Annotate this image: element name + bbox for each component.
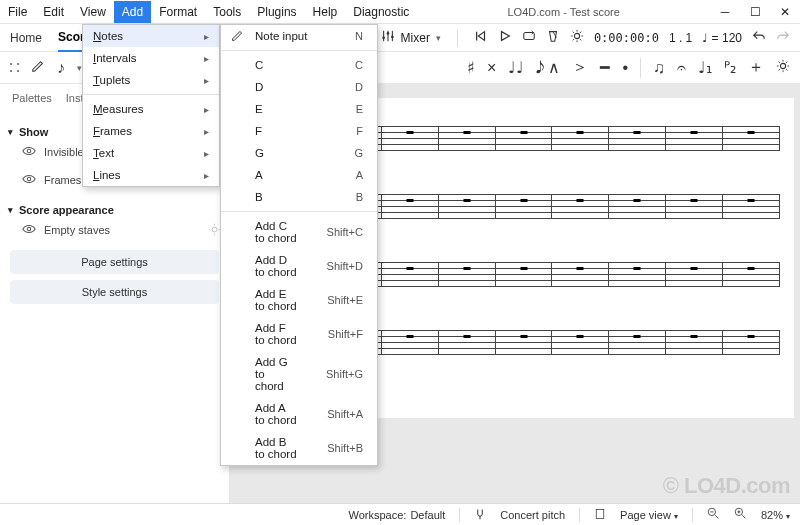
notes-menu-g[interactable]: GG bbox=[221, 142, 377, 164]
notes-menu-add-f-to-chord[interactable]: Add F to chordShift+F bbox=[221, 317, 377, 351]
add-menu-measures[interactable]: Measures▸ bbox=[83, 98, 219, 120]
menu-edit[interactable]: Edit bbox=[35, 1, 72, 23]
menu-view[interactable]: View bbox=[72, 1, 114, 23]
zoom-value[interactable]: 82% ▾ bbox=[761, 509, 790, 521]
playback-position: 1 . 1 bbox=[669, 31, 692, 45]
notes-menu-add-e-to-chord[interactable]: Add E to chordShift+E bbox=[221, 283, 377, 317]
menu-plugins[interactable]: Plugins bbox=[249, 1, 304, 23]
mixer-toggle[interactable]: Mixer ▾ bbox=[381, 29, 441, 46]
drawer-icon[interactable]: ⸬ bbox=[10, 59, 19, 76]
workspace-value[interactable]: Default bbox=[410, 509, 445, 521]
tab-home[interactable]: Home bbox=[10, 25, 42, 51]
notes-menu-d[interactable]: DD bbox=[221, 76, 377, 98]
playback-settings-button[interactable] bbox=[570, 29, 584, 46]
sharp-icon[interactable]: ♯ bbox=[467, 58, 475, 77]
svg-point-0 bbox=[382, 36, 385, 39]
undo-button[interactable] bbox=[752, 29, 766, 46]
subtab-palettes[interactable]: Palettes bbox=[12, 92, 52, 108]
svg-point-1 bbox=[386, 32, 389, 35]
svg-point-7 bbox=[27, 177, 31, 181]
svg-point-4 bbox=[574, 33, 579, 38]
eye-icon bbox=[22, 222, 36, 238]
chevron-down-icon: ▾ bbox=[436, 33, 441, 43]
tenuto-icon[interactable]: ━ bbox=[600, 58, 610, 77]
watermark: © LO4D.com bbox=[663, 473, 790, 499]
loop-button[interactable] bbox=[522, 29, 536, 46]
tuning-fork-icon[interactable] bbox=[474, 508, 486, 522]
notes-menu-e[interactable]: EE bbox=[221, 98, 377, 120]
add-menu-frames[interactable]: Frames▸ bbox=[83, 120, 219, 142]
eighth-note-icon[interactable]: ♪ bbox=[57, 59, 65, 77]
menubar: File Edit View Add Format Tools Plugins … bbox=[0, 1, 417, 23]
menu-file[interactable]: File bbox=[0, 1, 35, 23]
svg-point-2 bbox=[391, 36, 394, 39]
tuplet-icon[interactable]: ♫ bbox=[653, 59, 665, 77]
titlebar: File Edit View Add Format Tools Plugins … bbox=[0, 0, 800, 24]
redo-button[interactable] bbox=[776, 29, 790, 46]
notes-menu-add-d-to-chord[interactable]: Add D to chordShift+D bbox=[221, 249, 377, 283]
notes-menu-add-b-to-chord[interactable]: Add B to chordShift+B bbox=[221, 431, 377, 465]
style-settings-button[interactable]: Style settings bbox=[10, 280, 219, 304]
svg-rect-10 bbox=[596, 509, 604, 518]
tempo[interactable]: ♩ = 120 bbox=[702, 31, 742, 45]
workspace-label: Workspace: bbox=[349, 509, 407, 521]
notes-menu-add-g-to-chord[interactable]: Add G to chordShift+G bbox=[221, 351, 377, 397]
minimize-button[interactable]: ─ bbox=[710, 0, 740, 24]
statusbar: Workspace: Default Concert pitch Page vi… bbox=[0, 503, 800, 525]
add-menu-dropdown: Notes▸Intervals▸Tuplets▸Measures▸Frames▸… bbox=[82, 24, 220, 187]
menu-add[interactable]: Add bbox=[114, 1, 151, 23]
playback-time: 0:00:00:0 bbox=[594, 31, 659, 45]
menu-tools[interactable]: Tools bbox=[205, 1, 249, 23]
add-menu-text[interactable]: Text▸ bbox=[83, 142, 219, 164]
accent-icon[interactable]: ＞ bbox=[572, 57, 588, 78]
notes-menu-note-input[interactable]: Note inputN bbox=[221, 25, 377, 47]
playback-controls: 0:00:00:0 1 . 1 ♩ = 120 bbox=[474, 29, 790, 46]
page-settings-button[interactable]: Page settings bbox=[10, 250, 219, 274]
add-menu-tuplets[interactable]: Tuplets▸ bbox=[83, 69, 219, 91]
metronome-button[interactable] bbox=[546, 29, 560, 46]
window-title: LO4D.com - Test score bbox=[417, 6, 710, 18]
section-appearance-header[interactable]: ▾Score appearance bbox=[8, 204, 221, 216]
svg-point-5 bbox=[780, 63, 785, 68]
menu-diagnostic[interactable]: Diagnostic bbox=[345, 1, 417, 23]
notes-menu-a[interactable]: AA bbox=[221, 164, 377, 186]
marcato-icon[interactable]: ∧ bbox=[548, 58, 560, 77]
notes-menu-add-c-to-chord[interactable]: Add C to chordShift+C bbox=[221, 215, 377, 249]
tie-icon[interactable]: × bbox=[487, 59, 496, 77]
add-menu-lines[interactable]: Lines▸ bbox=[83, 164, 219, 186]
note-input-button[interactable] bbox=[31, 59, 45, 77]
zoom-in-button[interactable] bbox=[734, 507, 747, 522]
mixer-label: Mixer bbox=[401, 31, 430, 45]
add-menu-notes[interactable]: Notes▸ bbox=[83, 25, 219, 47]
close-button[interactable]: ✕ bbox=[770, 0, 800, 24]
notes-menu-c[interactable]: CC bbox=[221, 54, 377, 76]
svg-point-6 bbox=[27, 149, 31, 153]
notes-menu-f[interactable]: FF bbox=[221, 120, 377, 142]
menu-format[interactable]: Format bbox=[151, 1, 205, 23]
play-button[interactable] bbox=[498, 29, 512, 46]
notes-menu-add-a-to-chord[interactable]: Add A to chordShift+A bbox=[221, 397, 377, 431]
add-button[interactable]: ＋ bbox=[748, 57, 764, 78]
section-appearance: ▾Score appearance Empty staves Page sett… bbox=[8, 204, 221, 304]
maximize-button[interactable]: ☐ bbox=[740, 0, 770, 24]
notes-menu-b[interactable]: BB bbox=[221, 186, 377, 208]
staccato-icon[interactable]: • bbox=[622, 59, 628, 77]
flip-icon[interactable]: 𝄐 bbox=[677, 59, 686, 77]
rewind-button[interactable] bbox=[474, 29, 488, 46]
notes-submenu-dropdown: Note inputNCCDDEEFFGGAABBAdd C to chordS… bbox=[220, 24, 378, 466]
page-view-icon bbox=[594, 508, 606, 522]
eye-icon bbox=[22, 172, 36, 188]
empty-staves[interactable]: Empty staves bbox=[8, 216, 221, 244]
window-controls: ─ ☐ ✕ bbox=[710, 0, 800, 24]
add-menu-intervals[interactable]: Intervals▸ bbox=[83, 47, 219, 69]
menu-help[interactable]: Help bbox=[305, 1, 346, 23]
zoom-out-button[interactable] bbox=[707, 507, 720, 522]
concert-pitch[interactable]: Concert pitch bbox=[500, 509, 565, 521]
voice2-icon[interactable]: ᴾ₂ bbox=[724, 58, 736, 77]
mixer-icon bbox=[381, 29, 395, 46]
eye-icon bbox=[22, 144, 36, 160]
notes-pair-icon[interactable]: ♩♩ bbox=[508, 58, 524, 77]
page-view-select[interactable]: Page view ▾ bbox=[620, 509, 678, 521]
toolbar-settings-icon[interactable] bbox=[776, 59, 790, 77]
voice1-icon[interactable]: ♩₁ bbox=[698, 58, 712, 77]
